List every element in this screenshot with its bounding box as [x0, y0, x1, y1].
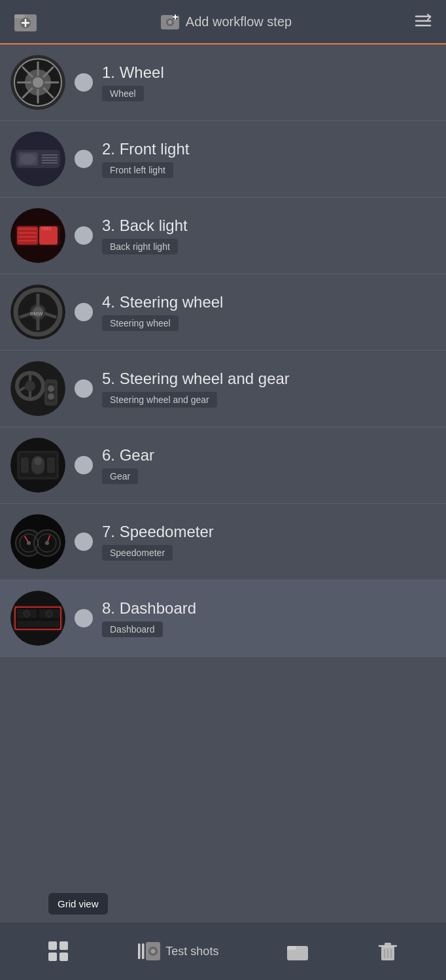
svg-rect-85	[17, 621, 60, 627]
item-radio-4[interactable]	[75, 303, 93, 321]
item-title-1: 1. Wheel	[102, 63, 436, 82]
svg-point-96	[151, 949, 156, 954]
svg-text:BMW: BMW	[30, 311, 43, 317]
svg-rect-98	[287, 946, 296, 950]
workflow-item-1[interactable]: 1. WheelWheel	[0, 44, 446, 121]
svg-rect-69	[47, 457, 55, 473]
hamburger-menu-button[interactable]	[411, 9, 436, 35]
test-shots-label: Test shots	[165, 945, 218, 958]
svg-rect-1	[14, 14, 25, 18]
svg-point-55	[25, 381, 35, 391]
item-badge-7: Speedometer	[102, 545, 173, 561]
workflow-item-5[interactable]: 5. Steering wheel and gearSteering wheel…	[0, 351, 446, 427]
item-badge-2: Front left light	[102, 162, 173, 178]
grid-view-tooltip[interactable]: Grid view	[48, 893, 108, 915]
trash-icon	[376, 939, 400, 963]
item-avatar-6	[10, 438, 65, 493]
item-title-3: 3. Back light	[102, 217, 436, 235]
app-header: Add workflow step	[0, 0, 446, 44]
item-title-7: 7. Speedometer	[102, 523, 436, 541]
test-shots-button[interactable]: Test shots	[137, 939, 218, 963]
item-info-2: 2. Front lightFront left light	[102, 140, 436, 178]
item-radio-2[interactable]	[75, 150, 93, 168]
folder-button[interactable]	[286, 939, 309, 963]
pause-photo-icon	[137, 939, 160, 963]
item-info-8: 8. DashboardDashboard	[102, 599, 436, 637]
workflow-item-6[interactable]: 6. GearGear	[0, 427, 446, 504]
item-radio-8[interactable]	[75, 609, 93, 627]
item-title-4: 4. Steering wheel	[102, 293, 436, 311]
svg-rect-93	[142, 943, 145, 959]
folder-icon	[286, 939, 309, 963]
item-badge-3: Back right light	[102, 239, 178, 254]
workflow-item-2[interactable]: 2. Front lightFront left light	[0, 121, 446, 198]
svg-rect-101	[385, 943, 391, 946]
item-title-6: 6. Gear	[102, 446, 436, 464]
add-photo-icon	[160, 11, 180, 32]
item-info-6: 6. GearGear	[102, 446, 436, 484]
workflow-item-8[interactable]: 8. DashboardDashboard	[0, 580, 446, 657]
item-title-8: 8. Dashboard	[102, 599, 436, 618]
item-badge-4: Steering wheel	[102, 315, 179, 331]
svg-point-67	[34, 457, 42, 465]
item-info-4: 4. Steering wheelSteering wheel	[102, 293, 436, 331]
svg-point-77	[27, 541, 31, 545]
item-avatar-3: 7001	[10, 208, 65, 263]
item-avatar-8	[10, 591, 65, 646]
add-workflow-label: Add workflow step	[186, 14, 292, 29]
svg-rect-30	[41, 152, 59, 166]
item-info-1: 1. WheelWheel	[102, 63, 436, 101]
add-folder-button[interactable]	[10, 6, 41, 38]
workflow-item-4[interactable]: BMW 4. Steering wheelSteering wheel	[0, 274, 446, 351]
item-radio-5[interactable]	[75, 379, 93, 398]
header-left	[10, 6, 41, 38]
svg-point-78	[45, 541, 49, 545]
svg-rect-88	[48, 941, 57, 950]
item-radio-3[interactable]	[75, 226, 93, 245]
item-info-7: 7. SpeedometerSpeedometer	[102, 523, 436, 561]
workflow-list: 1. WheelWheel 2. Front lightFront left l…	[0, 44, 446, 657]
item-avatar-5	[10, 361, 65, 416]
svg-point-86	[24, 610, 30, 617]
grid-view-button[interactable]	[46, 939, 70, 963]
workflow-item-3[interactable]: 7001 3. Back lightBack right light	[0, 198, 446, 274]
item-radio-6[interactable]	[75, 456, 93, 474]
item-radio-7[interactable]	[75, 533, 93, 551]
svg-rect-89	[60, 941, 68, 950]
workflow-item-7[interactable]: 7. SpeedometerSpeedometer	[0, 504, 446, 580]
item-avatar-4: BMW	[10, 285, 65, 340]
bottom-bar: Test shots	[0, 922, 446, 980]
item-avatar-2	[10, 131, 65, 186]
svg-text:7001: 7001	[41, 226, 52, 232]
svg-rect-92	[138, 943, 141, 959]
svg-rect-91	[60, 953, 68, 961]
item-badge-5: Steering wheel and gear	[102, 392, 217, 408]
add-folder-icon	[13, 9, 38, 33]
item-info-3: 3. Back lightBack right light	[102, 217, 436, 254]
item-avatar-7	[10, 514, 65, 569]
item-avatar-1	[10, 55, 65, 110]
svg-point-7	[168, 20, 172, 24]
svg-point-17	[33, 77, 43, 88]
svg-rect-68	[21, 457, 29, 473]
svg-point-87	[46, 610, 52, 617]
item-title-2: 2. Front light	[102, 140, 436, 158]
item-info-5: 5. Steering wheel and gearSteering wheel…	[102, 370, 436, 408]
item-title-5: 5. Steering wheel and gear	[102, 370, 436, 388]
svg-point-61	[48, 385, 54, 392]
svg-point-29	[20, 154, 36, 164]
item-badge-6: Gear	[102, 468, 138, 484]
item-badge-8: Dashboard	[102, 621, 163, 637]
grid-icon	[46, 939, 70, 963]
hamburger-icon	[413, 11, 433, 31]
item-badge-1: Wheel	[102, 86, 144, 101]
add-workflow-step-button[interactable]: Add workflow step	[160, 11, 292, 32]
item-radio-1[interactable]	[75, 73, 93, 92]
svg-point-62	[48, 393, 54, 400]
trash-button[interactable]	[376, 939, 400, 963]
svg-rect-90	[48, 953, 57, 961]
